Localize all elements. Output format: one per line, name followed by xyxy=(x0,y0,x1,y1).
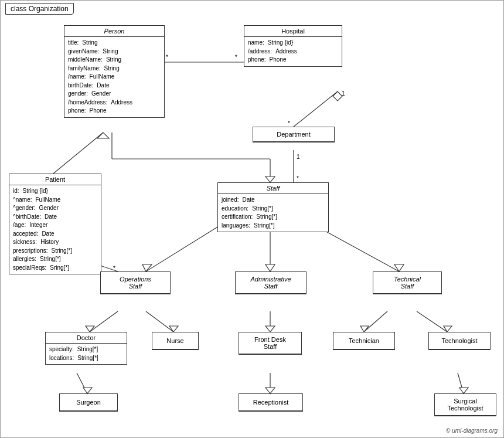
doctor-body: specialty:String[*] locations:String[*] xyxy=(46,344,127,364)
svg-marker-20 xyxy=(142,264,152,271)
svg-marker-26 xyxy=(86,326,94,332)
svg-marker-30 xyxy=(265,326,275,332)
operations-staff-header: OperationsStaff xyxy=(101,272,170,294)
technologist-header: Technologist xyxy=(429,332,490,349)
technical-staff-box: TechnicalStaff xyxy=(373,271,442,294)
technician-header: Technician xyxy=(333,332,394,349)
surgical-technologist-header: SurgicalTechnologist xyxy=(435,394,496,416)
surgeon-box: Surgeon xyxy=(59,393,118,412)
operations-staff-box: OperationsStaff xyxy=(100,271,171,294)
technologist-box: Technologist xyxy=(428,332,491,350)
diagram-title: class Organization xyxy=(5,3,74,15)
surgeon-header: Surgeon xyxy=(60,394,117,411)
front-desk-staff-header: Front DeskStaff xyxy=(239,332,301,354)
svg-marker-11 xyxy=(97,133,109,138)
patient-body: id:String {id} ^name:FullName ^gender:Ge… xyxy=(9,185,101,274)
svg-marker-32 xyxy=(360,326,369,332)
svg-line-33 xyxy=(417,311,447,332)
svg-text:*: * xyxy=(113,265,115,271)
receptionist-header: Receptionist xyxy=(239,394,302,411)
department-header: Department xyxy=(253,127,334,142)
patient-header: Patient xyxy=(9,174,101,185)
technical-staff-header: TechnicalStaff xyxy=(373,272,441,294)
svg-text:*: * xyxy=(166,54,168,60)
department-box: Department xyxy=(253,127,335,142)
svg-line-25 xyxy=(90,311,118,332)
hospital-body: name:String {id} /address:Address phone:… xyxy=(244,37,342,66)
nurse-box: Nurse xyxy=(152,332,199,350)
person-box: Person title:String givenName:String mid… xyxy=(64,25,165,118)
svg-line-0 xyxy=(294,91,338,127)
svg-marker-1 xyxy=(333,91,342,101)
uml-diagram: class Organization 1 * 1 * * * * xyxy=(0,0,504,438)
svg-line-39 xyxy=(458,373,464,393)
front-desk-staff-box: Front DeskStaff xyxy=(239,332,302,355)
svg-marker-36 xyxy=(83,388,92,393)
svg-marker-15 xyxy=(265,176,275,182)
svg-text:*: * xyxy=(288,120,290,127)
doctor-header: Doctor xyxy=(46,332,127,344)
hospital-header: Hospital xyxy=(244,26,342,37)
copyright-text: © uml-diagrams.org xyxy=(446,427,498,434)
svg-text:*: * xyxy=(297,175,299,182)
administrative-staff-header: AdministrativeStaff xyxy=(236,272,306,294)
doctor-box: Doctor specialty:String[*] locations:Str… xyxy=(45,332,127,365)
svg-marker-22 xyxy=(265,264,275,271)
svg-marker-24 xyxy=(394,264,404,271)
svg-line-10 xyxy=(53,133,103,174)
staff-box: Staff joined:Date education:String[*] ce… xyxy=(217,182,329,232)
svg-marker-40 xyxy=(459,388,468,393)
person-body: title:String givenName:String middleName… xyxy=(64,37,164,117)
surgical-technologist-box: SurgicalTechnologist xyxy=(434,393,496,416)
svg-marker-34 xyxy=(444,326,452,332)
receptionist-box: Receptionist xyxy=(239,393,303,412)
svg-line-27 xyxy=(146,311,173,332)
svg-line-35 xyxy=(77,373,87,393)
administrative-staff-box: AdministrativeStaff xyxy=(235,271,307,294)
person-header: Person xyxy=(64,26,164,37)
svg-line-19 xyxy=(146,223,223,271)
svg-text:*: * xyxy=(235,54,237,60)
svg-marker-38 xyxy=(265,388,275,393)
hospital-box: Hospital name:String {id} /address:Addre… xyxy=(244,25,342,67)
staff-header: Staff xyxy=(218,183,328,194)
patient-box: Patient id:String {id} ^name:FullName ^g… xyxy=(9,174,101,274)
svg-text:1: 1 xyxy=(342,90,345,97)
technician-box: Technician xyxy=(333,332,395,350)
staff-body: joined:Date education:String[*] certific… xyxy=(218,194,328,232)
svg-text:1: 1 xyxy=(297,154,300,160)
svg-marker-28 xyxy=(169,326,178,332)
svg-line-31 xyxy=(364,311,387,332)
nurse-header: Nurse xyxy=(152,332,198,349)
